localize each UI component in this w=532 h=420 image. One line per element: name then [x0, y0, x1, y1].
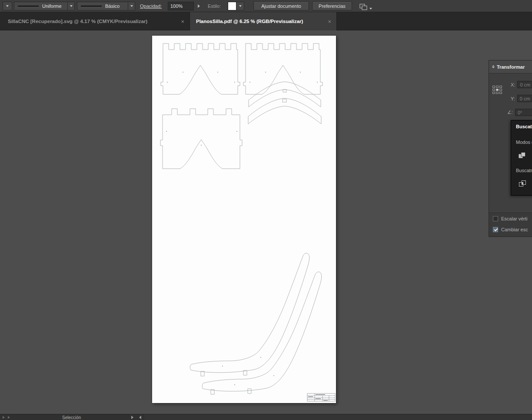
pathfinder-modes-label: Buscatra: [516, 168, 532, 173]
ref-point[interactable]: [496, 86, 499, 88]
ref-point[interactable]: [492, 92, 495, 94]
arrow-left-icon: [139, 416, 141, 419]
opacity-value: 100%: [170, 3, 183, 9]
chevron-down-icon: [130, 5, 133, 7]
ref-point[interactable]: [496, 92, 499, 94]
stroke-profile-preview-icon: [18, 6, 39, 7]
brush-definition-select[interactable]: Básico: [77, 2, 128, 10]
shape-modes-label: Modos d: [516, 140, 532, 145]
ref-point[interactable]: [499, 89, 502, 91]
stroke-profile-chevron[interactable]: [68, 2, 75, 10]
opacity-input[interactable]: 100%: [168, 2, 194, 10]
first-artboard-nav-icon[interactable]: [3, 414, 5, 420]
arrange-documents-button[interactable]: [359, 3, 368, 11]
graphic-style-chevron[interactable]: [236, 2, 244, 10]
opacity-slider-arrow[interactable]: [196, 2, 202, 10]
scale-corners-checkbox[interactable]: [493, 216, 498, 221]
document-tab-bar: SillaCNC [Recuperado].svg @ 4.17 % (CMYK…: [0, 12, 532, 30]
scale-corners-option[interactable]: Escalar vérti: [493, 216, 528, 221]
artboard-page[interactable]: [152, 36, 336, 403]
brush-value: Básico: [105, 3, 120, 9]
rotate-angle-icon: ∠:: [507, 110, 513, 115]
y-label: Y:: [511, 96, 515, 101]
ref-point[interactable]: [499, 86, 502, 88]
fit-document-button[interactable]: Ajustar documento: [253, 1, 309, 10]
arrange-documents-chevron[interactable]: [369, 4, 372, 13]
panel-collapse-icon[interactable]: [492, 65, 495, 68]
y-input[interactable]: 0 cm: [517, 95, 532, 102]
angle-input[interactable]: 0°: [515, 109, 532, 116]
transform-panel-header[interactable]: Transformar: [489, 60, 532, 73]
chevron-down-icon: [6, 5, 9, 7]
scale-corners-label: Escalar vérti: [501, 216, 528, 221]
brush-chevron[interactable]: [128, 2, 135, 10]
tab-planossilla-pdf[interactable]: PlanosSilla.pdf @ 6.25 % (RGB/Previsuali…: [190, 12, 337, 30]
divide-pathfinder-button[interactable]: [519, 180, 527, 187]
illustrator-window: Uniforme Básico Opacidad: 100% Estilo:: [0, 0, 532, 420]
transform-panel-title: Transformar: [497, 64, 525, 70]
ref-point[interactable]: [499, 92, 502, 94]
document-canvas[interactable]: [0, 30, 532, 414]
tab-sillacnc-svg[interactable]: SillaCNC [Recuperado].svg @ 4.17 % (CMYK…: [0, 12, 190, 30]
status-flyout-arrow[interactable]: [131, 414, 133, 420]
close-icon[interactable]: ×: [328, 18, 331, 25]
style-label: Estilo:: [208, 3, 221, 9]
arrange-documents-icon: [359, 3, 368, 10]
chair-cnc-cut-drawing: [152, 36, 336, 403]
fit-document-label: Ajustar documento: [261, 3, 301, 9]
drill-dots: [166, 72, 318, 385]
current-tool-status: Selección: [62, 414, 81, 420]
next-artboard-nav-icon[interactable]: [8, 414, 10, 420]
unite-icon: [518, 152, 526, 159]
opacity-label[interactable]: Opacidad:: [140, 3, 162, 9]
x-input[interactable]: 0 cm: [517, 81, 532, 88]
control-bar: Uniforme Básico Opacidad: 100% Estilo:: [0, 0, 532, 12]
stroke-profile-select[interactable]: Uniforme: [14, 2, 68, 10]
stroke-profile-value: Uniforme: [42, 3, 62, 9]
tab-title: PlanosSilla.pdf @ 6.25 % (RGB/Previsuali…: [196, 19, 303, 24]
pathfinder-panel: Buscat Modos d Buscatra: [511, 120, 532, 196]
ref-point[interactable]: [492, 89, 495, 91]
divide-icon: [519, 180, 527, 187]
unite-shape-mode-button[interactable]: [518, 152, 526, 159]
close-icon[interactable]: ×: [181, 18, 184, 25]
preferences-label: Preferencias: [319, 3, 346, 9]
scale-strokes-checkbox[interactable]: [493, 227, 498, 232]
reference-point-locator[interactable]: [492, 86, 502, 94]
preferences-button[interactable]: Preferencias: [312, 1, 352, 10]
chevron-down-icon: [70, 5, 73, 7]
graphic-style-swatch[interactable]: [228, 2, 236, 10]
scale-strokes-label: Cambiar esc: [501, 227, 528, 232]
pathfinder-panel-title: Buscat: [516, 124, 532, 129]
scale-strokes-option[interactable]: Cambiar esc: [493, 227, 528, 232]
brush-preview-icon: [81, 6, 102, 7]
ref-point-selected[interactable]: [496, 89, 499, 91]
width-profile-chevron-button[interactable]: [3, 2, 12, 10]
arrow-right-icon: [131, 416, 133, 419]
transform-options: Escalar vérti Cambiar esc: [489, 213, 532, 237]
ref-point[interactable]: [492, 86, 495, 88]
chevron-down-icon: [239, 5, 242, 7]
tab-title: SillaCNC [Recuperado].svg @ 4.17 % (CMYK…: [8, 19, 147, 24]
tool-name: Selección: [62, 415, 81, 420]
horizontal-scrollbar-track[interactable]: [144, 414, 532, 420]
status-bar: Selección: [0, 414, 532, 420]
arrow-right-icon: [198, 4, 200, 8]
chevron-down-icon: [369, 8, 372, 10]
x-label: X:: [511, 82, 515, 87]
hscroll-left-arrow[interactable]: [139, 414, 141, 420]
